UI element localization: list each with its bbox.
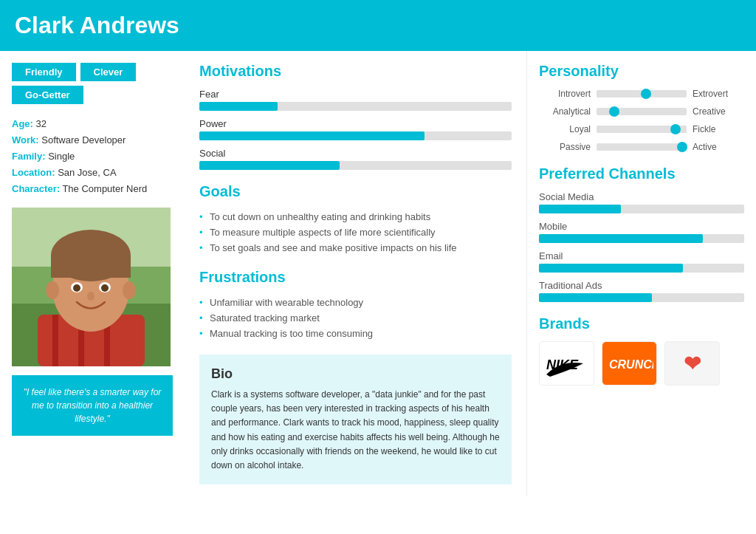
motivation-social-bar-bg [199, 161, 512, 170]
brand-crunch: CRUNCH [602, 341, 657, 386]
personality-dot-3 [677, 142, 687, 152]
avatar-svg [12, 208, 171, 366]
family-value: Single [48, 151, 75, 162]
svg-point-15 [73, 284, 80, 292]
goals-section: Goals To cut down on unhealthy eating an… [199, 183, 512, 256]
personality-left-1: Analytical [539, 106, 591, 117]
channels-title: Preferred Channels [539, 165, 744, 182]
channel-traditional-ads-bar-bg [539, 293, 744, 302]
work-label: Work: [12, 134, 39, 146]
avatar [12, 208, 171, 366]
channel-mobile-label: Mobile [539, 221, 744, 232]
character-row: Character: The Computer Nerd [12, 181, 173, 197]
brands-row: NIKE CRUNCH ❤ [539, 341, 744, 386]
channel-email-label: Email [539, 250, 744, 261]
personality-analytical-creative: Analytical Creative [539, 106, 744, 117]
age-label: Age: [12, 118, 33, 129]
motivation-social-label: Social [199, 148, 512, 159]
channel-social-media-label: Social Media [539, 191, 744, 202]
personality-dot-1 [609, 106, 619, 117]
channel-social-media-bar-fill [539, 205, 621, 213]
channels-section: Preferred Channels Social Media Mobile E… [539, 165, 744, 302]
frustrations-section: Frustrations Unfamiliar with wearable te… [199, 269, 512, 341]
channel-social-media: Social Media [539, 191, 744, 213]
personality-right-2: Fickle [693, 124, 744, 134]
personality-dot-0 [641, 89, 651, 99]
channel-mobile-bar-fill [539, 234, 703, 243]
brands-title: Brands [539, 315, 744, 332]
tag-clever[interactable]: Clever [80, 63, 137, 81]
svg-point-12 [123, 281, 136, 299]
personality-right-0: Extrovert [693, 89, 744, 99]
frustrations-title: Frustrations [199, 269, 512, 286]
middle-section: Motivations Fear Power Social [185, 51, 527, 496]
goals-title: Goals [199, 183, 512, 200]
personality-passive-active: Passive Active [539, 142, 744, 152]
age-value: 32 [36, 118, 47, 129]
family-row: Family: Single [12, 148, 173, 165]
quote-text: "I feel like there's a smarter way for m… [24, 387, 162, 424]
quote-box: "I feel like there's a smarter way for m… [12, 375, 173, 436]
bio-text: Clark is a systems software developer, a… [211, 388, 500, 473]
svg-point-16 [101, 284, 109, 292]
frustration-item-2: Saturated tracking market [199, 310, 512, 326]
brand-heart: ❤ [664, 341, 720, 386]
sidebar: Friendly Clever Go-Getter Age: 32 Work: … [0, 51, 185, 496]
tag-go-getter[interactable]: Go-Getter [12, 86, 83, 104]
channel-mobile-bar-bg [539, 234, 744, 243]
personality-dot-2 [670, 124, 681, 134]
motivation-social-bar-fill [199, 161, 340, 170]
personality-loyal-fickle: Loyal Fickle [539, 124, 744, 134]
motivation-fear-bar-bg [199, 102, 512, 111]
goals-list: To cut down on unhealthy eating and drin… [199, 209, 512, 256]
channel-traditional-ads-label: Traditional Ads [539, 280, 744, 291]
heart-icon: ❤ [684, 352, 701, 376]
frustrations-list: Unfamiliar with wearable technology Satu… [199, 295, 512, 341]
personality-bar-0 [597, 90, 687, 97]
personality-left-2: Loyal [539, 124, 591, 134]
tag-friendly[interactable]: Friendly [12, 63, 76, 81]
personality-bar-2 [597, 126, 687, 133]
motivation-fear: Fear [199, 89, 512, 111]
svg-point-17 [87, 292, 94, 301]
channel-traditional-ads: Traditional Ads [539, 280, 744, 302]
personality-title: Personality [539, 63, 744, 80]
bio-box: Bio Clark is a systems software develope… [199, 355, 512, 485]
main-content: Friendly Clever Go-Getter Age: 32 Work: … [0, 51, 756, 496]
right-section: Personality Introvert Extrovert Analytic… [527, 51, 756, 496]
goal-item-2: To measure multiple aspects of life more… [199, 225, 512, 240]
page-title: Clark Andrews [15, 12, 741, 39]
personality-bar-3 [597, 143, 687, 151]
location-value: San Jose, CA [58, 167, 117, 178]
personality-bar-1 [597, 108, 687, 115]
personality-section: Personality Introvert Extrovert Analytic… [539, 63, 744, 152]
frustration-item-1: Unfamiliar with wearable technology [199, 295, 512, 310]
location-row: Location: San Jose, CA [12, 165, 173, 181]
character-value: The Computer Nerd [62, 183, 147, 194]
svg-point-11 [46, 281, 59, 299]
motivations-title: Motivations [199, 63, 512, 80]
age-row: Age: 32 [12, 116, 173, 132]
personality-introvert-extrovert: Introvert Extrovert [539, 89, 744, 99]
motivation-power-bar-bg [199, 131, 512, 140]
header: Clark Andrews [0, 0, 756, 51]
svg-rect-10 [51, 256, 131, 278]
family-label: Family: [12, 151, 46, 162]
location-label: Location: [12, 167, 55, 178]
nike-logo-svg: NIKE [543, 349, 591, 378]
work-value: Software Developer [41, 134, 126, 146]
personality-left-0: Introvert [539, 89, 591, 99]
channel-traditional-ads-bar-fill [539, 293, 652, 302]
motivation-power-bar-fill [199, 131, 425, 140]
goal-item-3: To set goals and see and make positive i… [199, 240, 512, 256]
frustration-item-3: Manual tracking is too time consuming [199, 326, 512, 341]
motivation-fear-label: Fear [199, 89, 512, 100]
goal-item-1: To cut down on unhealthy eating and drin… [199, 209, 512, 225]
avatar-image [12, 208, 171, 366]
channel-email-bar-bg [539, 264, 744, 273]
personality-right-1: Creative [693, 106, 744, 117]
personality-left-3: Passive [539, 142, 591, 152]
motivation-power-label: Power [199, 118, 512, 129]
crunch-logo-svg: CRUNCH [605, 349, 653, 378]
bio-box-title: Bio [211, 366, 500, 382]
